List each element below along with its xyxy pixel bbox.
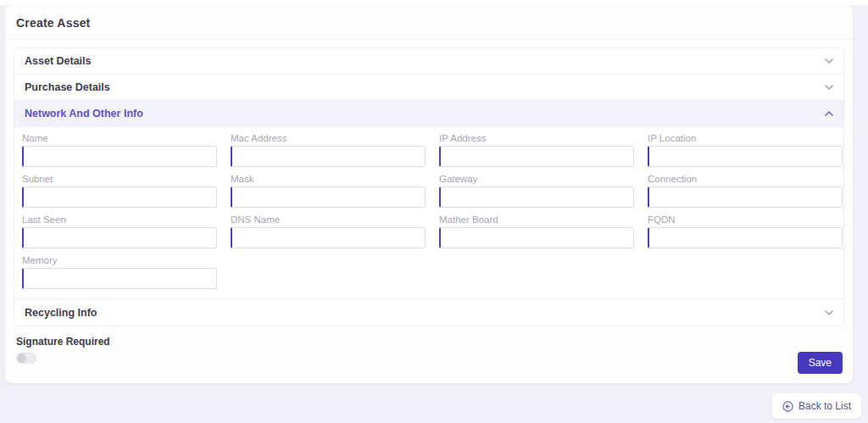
field-last-seen: Last Seen xyxy=(22,214,217,248)
section-label: Asset Details xyxy=(25,55,92,67)
last-seen-input[interactable] xyxy=(22,227,217,248)
field-label: Name xyxy=(22,133,217,143)
signature-required-toggle[interactable] xyxy=(16,353,36,364)
fqdn-input[interactable] xyxy=(648,227,843,248)
field-label: Last Seen xyxy=(22,214,217,225)
field-gateway: Gateway xyxy=(439,174,634,208)
chevron-down-icon xyxy=(825,310,833,315)
chevron-down-icon xyxy=(825,85,833,90)
gateway-input[interactable] xyxy=(439,186,634,208)
mask-input[interactable] xyxy=(231,186,426,208)
field-connection: Connection xyxy=(648,174,843,208)
create-asset-card: Create Asset Asset Details Purchase Deta… xyxy=(5,5,853,383)
section-recycling-info[interactable]: Recycling Info xyxy=(14,299,843,326)
chevron-up-icon xyxy=(825,111,833,116)
save-button[interactable]: Save xyxy=(798,352,843,374)
dns-name-input[interactable] xyxy=(231,227,426,248)
field-name: Name xyxy=(22,133,217,167)
field-dns-name: DNS Name xyxy=(231,214,426,248)
field-mac-address: Mac Address xyxy=(231,133,426,167)
field-label: FQDN xyxy=(648,214,843,225)
section-asset-details[interactable]: Asset Details xyxy=(14,48,843,75)
accordion: Asset Details Purchase Details Network A… xyxy=(14,47,844,326)
page-title: Create Asset xyxy=(5,5,853,40)
field-ip-address: IP Address xyxy=(439,133,634,167)
field-label: Mac Address xyxy=(231,133,426,143)
field-memory: Memory xyxy=(22,255,217,289)
field-label: Connection xyxy=(648,174,843,184)
field-ip-location: IP Location xyxy=(648,133,843,167)
section-label: Purchase Details xyxy=(25,81,110,93)
signature-block: Signature Required xyxy=(16,336,843,364)
field-label: Subnet xyxy=(22,174,217,184)
subnet-input[interactable] xyxy=(22,186,217,208)
network-info-panel: Name Mac Address IP Address IP Location … xyxy=(14,127,843,299)
field-mask: Mask xyxy=(231,174,426,208)
ip-address-input[interactable] xyxy=(439,146,634,167)
section-network-info[interactable]: Network And Other Info xyxy=(14,101,843,127)
mather-board-input[interactable] xyxy=(439,227,634,248)
field-label: Gateway xyxy=(439,174,634,184)
back-to-list-button[interactable]: Back to List xyxy=(772,393,861,419)
back-to-list-label: Back to List xyxy=(798,400,851,412)
chevron-down-icon xyxy=(825,58,833,64)
field-label: DNS Name xyxy=(231,214,426,225)
form-grid: Name Mac Address IP Address IP Location … xyxy=(22,133,836,289)
field-label: IP Address xyxy=(439,133,634,143)
ip-location-input[interactable] xyxy=(648,146,843,167)
section-label: Recycling Info xyxy=(25,307,97,319)
field-fqdn: FQDN xyxy=(648,214,843,248)
field-label: Mask xyxy=(231,174,426,184)
field-mather-board: Mather Board xyxy=(439,214,634,248)
arrow-left-circle-icon xyxy=(782,401,793,412)
section-label: Network And Other Info xyxy=(25,108,143,120)
field-subnet: Subnet xyxy=(22,174,217,208)
mac-address-input[interactable] xyxy=(231,146,426,167)
field-label: Memory xyxy=(22,255,217,265)
memory-input[interactable] xyxy=(22,268,217,289)
connection-input[interactable] xyxy=(648,186,843,208)
field-label: Mather Board xyxy=(439,214,634,225)
section-purchase-details[interactable]: Purchase Details xyxy=(14,75,843,101)
toggle-knob xyxy=(17,353,26,363)
name-input[interactable] xyxy=(22,146,217,167)
field-label: IP Location xyxy=(648,133,843,143)
signature-required-label: Signature Required xyxy=(16,336,843,348)
